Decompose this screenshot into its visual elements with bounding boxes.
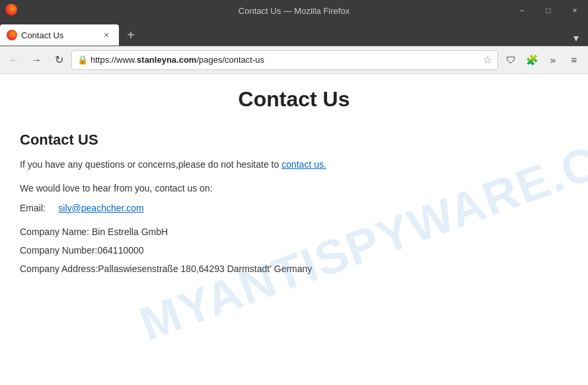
browser-icon <box>5 4 17 18</box>
nav-bar: ← → ↻ 🔒 https://www.stanleyna.com/pages/… <box>0 46 588 74</box>
url-path: /pages/contact-us <box>196 55 264 65</box>
window-title: Contact Us — Mozilla Firefox <box>239 6 349 16</box>
extensions-button[interactable]: 🧩 <box>522 50 542 70</box>
intro-paragraph: If you have any questions or concerns,pl… <box>20 159 568 170</box>
intro-text: If you have any questions or concerns,pl… <box>20 159 281 170</box>
company-number: Company Number:064110000 <box>20 245 568 256</box>
new-tab-button[interactable]: + <box>119 24 143 46</box>
lock-icon: 🔒 <box>77 55 88 65</box>
tab-overflow-button[interactable]: ▾ <box>568 30 584 46</box>
tab-close-button[interactable]: × <box>100 29 112 41</box>
tab-favicon <box>7 30 17 40</box>
nav-right-icons: 🛡 🧩 » ≡ <box>501 50 584 70</box>
more-tools-button[interactable]: » <box>543 50 563 70</box>
page-heading: Contact Us <box>20 87 568 112</box>
tab-label: Contact Us <box>21 30 96 40</box>
title-bar: Contact Us — Mozilla Firefox − □ × <box>0 0 588 21</box>
page-content: MYANTISPYWARE.COM Contact Us Contact US … <box>0 74 588 385</box>
back-button[interactable]: ← <box>4 50 24 70</box>
menu-button[interactable]: ≡ <box>564 50 584 70</box>
tab-bar-right: ▾ <box>143 30 588 46</box>
hear-text: We would love to hear from you, contact … <box>20 183 568 193</box>
email-value[interactable]: sily@peachcher.com <box>58 203 143 213</box>
section-heading: Contact US <box>20 131 568 149</box>
company-name: Company Name: Bin Estrella GmbH <box>20 227 568 237</box>
maximize-button[interactable]: □ <box>535 0 562 21</box>
url-domain: stanleyna.com <box>137 55 196 65</box>
tab-bar: Contact Us × + ▾ <box>0 21 588 46</box>
active-tab[interactable]: Contact Us × <box>0 24 119 46</box>
company-address: Company Address:Pallaswiesenstraße 180,6… <box>20 263 568 274</box>
reload-button[interactable]: ↻ <box>49 50 69 70</box>
bookmark-icon[interactable]: ☆ <box>483 53 492 66</box>
address-bar[interactable]: 🔒 https://www.stanleyna.com/pages/contac… <box>71 50 498 70</box>
contact-link[interactable]: contact us. <box>281 159 326 170</box>
close-button[interactable]: × <box>562 0 588 21</box>
email-row: Email: sily@peachcher.com <box>20 203 568 213</box>
email-label: Email: <box>20 203 46 213</box>
firefox-logo <box>5 4 17 16</box>
minimize-button[interactable]: − <box>509 0 535 21</box>
url-text: https://www.stanleyna.com/pages/contact-… <box>91 55 480 65</box>
window-controls: − □ × <box>509 0 588 21</box>
forward-button[interactable]: → <box>26 50 46 70</box>
url-prefix: https://www. <box>91 55 137 65</box>
shield-button[interactable]: 🛡 <box>501 50 521 70</box>
